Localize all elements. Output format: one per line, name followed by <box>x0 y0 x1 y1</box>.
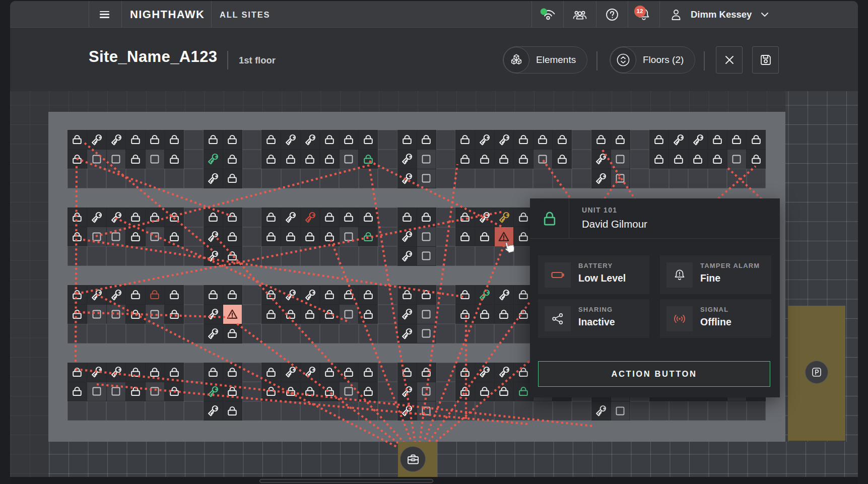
unit-cell[interactable] <box>87 286 106 305</box>
unit-cell[interactable] <box>397 382 417 401</box>
unit-cell[interactable] <box>359 150 378 169</box>
unit-cell[interactable] <box>553 130 572 150</box>
unit-cell[interactable] <box>417 382 436 401</box>
unit-cell[interactable] <box>320 363 339 382</box>
unit-cell[interactable] <box>456 208 475 227</box>
unit-cell[interactable] <box>68 286 87 305</box>
unit-cell[interactable] <box>340 363 359 382</box>
unit-cell[interactable] <box>281 150 300 169</box>
unit-cell[interactable] <box>107 286 126 305</box>
action-button[interactable]: ACTION BUTTON <box>538 361 770 387</box>
unit-cell[interactable] <box>107 208 126 227</box>
unit-cell[interactable] <box>87 208 106 227</box>
unit-cell[interactable] <box>417 130 436 150</box>
unit-cell[interactable] <box>204 130 223 150</box>
unit-cell[interactable] <box>204 305 223 324</box>
unit-cell[interactable] <box>417 208 436 227</box>
unit-cell[interactable] <box>87 305 106 324</box>
unit-cell[interactable] <box>262 382 281 401</box>
unit-cell[interactable] <box>340 208 359 227</box>
unit-cell[interactable] <box>611 150 630 169</box>
unit-cell[interactable] <box>495 382 514 401</box>
unit-cell[interactable] <box>301 227 320 246</box>
unit-cell[interactable] <box>87 130 106 150</box>
unit-cell[interactable] <box>146 130 165 150</box>
unit-cell[interactable] <box>223 208 242 227</box>
unit-cell[interactable] <box>126 208 145 227</box>
unit-cell[interactable] <box>68 382 87 401</box>
unit-cell[interactable] <box>475 208 494 227</box>
unit-cell[interactable] <box>126 305 145 324</box>
unit-cell[interactable] <box>417 227 436 246</box>
unit-cell[interactable] <box>456 227 475 246</box>
unit-cell[interactable] <box>107 130 126 150</box>
unit-cell[interactable] <box>126 286 145 305</box>
unit-cell[interactable] <box>87 363 106 382</box>
unit-cell[interactable] <box>301 382 320 401</box>
unit-cell[interactable] <box>165 382 184 401</box>
unit-cell[interactable] <box>417 401 436 421</box>
unit-cell[interactable] <box>165 150 184 169</box>
unit-cell[interactable] <box>475 363 494 382</box>
unit-cell[interactable] <box>204 382 223 401</box>
save-button[interactable] <box>752 46 779 74</box>
elements-button[interactable]: Elements <box>503 46 587 74</box>
unit-cell[interactable] <box>107 363 126 382</box>
unit-cell[interactable] <box>514 150 533 169</box>
unit-cell[interactable] <box>591 169 611 188</box>
unit-cell[interactable] <box>301 150 320 169</box>
unit-cell[interactable] <box>417 150 436 169</box>
unit-cell[interactable] <box>359 363 378 382</box>
unit-cell[interactable] <box>533 150 553 169</box>
users-button[interactable] <box>563 1 596 28</box>
unit-cell[interactable] <box>87 150 106 169</box>
unit-cell[interactable] <box>204 169 223 188</box>
unit-cell[interactable] <box>223 324 242 343</box>
unit-cell[interactable] <box>223 382 242 401</box>
unit-cell[interactable] <box>456 305 475 324</box>
unit-cell[interactable] <box>68 227 87 246</box>
unit-cell[interactable] <box>146 286 165 305</box>
unit-cell[interactable] <box>495 208 514 227</box>
unit-cell[interactable] <box>397 130 417 150</box>
unit-cell[interactable] <box>262 208 281 227</box>
unit-cell[interactable] <box>417 286 436 305</box>
unit-cell[interactable] <box>340 382 359 401</box>
unit-cell[interactable] <box>262 286 281 305</box>
unit-cell[interactable] <box>417 305 436 324</box>
unit-cell[interactable] <box>397 401 417 421</box>
unit-cell[interactable] <box>456 363 475 382</box>
unit-cell[interactable] <box>204 324 223 343</box>
unit-cell[interactable] <box>708 130 727 150</box>
unit-cell[interactable] <box>223 227 242 246</box>
unit-cell[interactable] <box>281 382 300 401</box>
unit-cell[interactable] <box>417 247 436 266</box>
unit-cell[interactable] <box>359 130 378 150</box>
unit-cell[interactable] <box>281 305 300 324</box>
unit-cell[interactable] <box>495 130 514 150</box>
unit-cell[interactable] <box>689 150 708 169</box>
unit-cell[interactable] <box>301 286 320 305</box>
unit-cell[interactable] <box>146 227 165 246</box>
unit-cell[interactable] <box>340 227 359 246</box>
unit-cell[interactable] <box>456 382 475 401</box>
unit-cell[interactable] <box>591 401 611 421</box>
help-button[interactable] <box>596 1 628 28</box>
unit-cell[interactable] <box>611 130 630 150</box>
horizontal-scrollbar[interactable] <box>259 479 433 483</box>
unit-cell[interactable] <box>262 227 281 246</box>
unit-cell[interactable] <box>727 130 747 150</box>
unit-cell[interactable] <box>417 169 436 188</box>
unit-cell[interactable] <box>165 130 184 150</box>
unit-cell[interactable] <box>591 150 611 169</box>
unit-cell[interactable] <box>456 286 475 305</box>
unit-cell[interactable] <box>747 130 766 150</box>
unit-cell[interactable] <box>165 208 184 227</box>
gateway-button[interactable] <box>400 446 426 472</box>
unit-cell[interactable] <box>397 286 417 305</box>
unit-cell[interactable] <box>223 305 242 324</box>
unit-cell[interactable] <box>204 150 223 169</box>
unit-cell[interactable] <box>320 305 339 324</box>
unit-cell[interactable] <box>397 305 417 324</box>
unit-cell[interactable] <box>281 130 300 150</box>
